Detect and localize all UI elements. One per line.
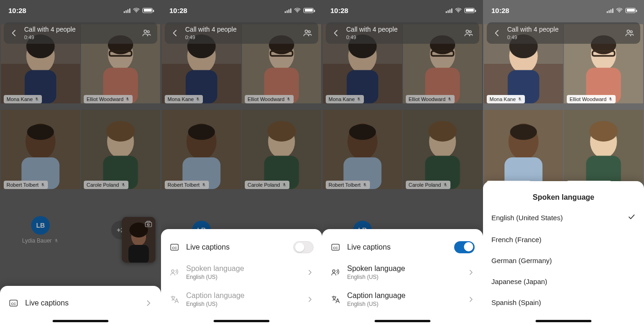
call-duration: 0:49 xyxy=(24,34,76,40)
home-indicator xyxy=(375,320,430,322)
phone-screen-2: Mona Kane Elliot Woodward Robert Tolbert… xyxy=(161,0,322,325)
language-option[interactable]: Spanish (Spain) xyxy=(490,292,637,313)
participant-name: Robert Tolbert xyxy=(7,182,39,188)
call-header: Call with 4 people0:49 xyxy=(165,22,318,44)
spoken-language-label: Spoken language xyxy=(186,264,300,273)
chevron-right-icon xyxy=(467,269,475,276)
captions-settings-sheet: Live captions Spoken language English (U… xyxy=(161,229,322,325)
caption-language-label: Caption language xyxy=(347,291,461,300)
participants-button[interactable] xyxy=(141,28,152,38)
live-captions-row[interactable]: Live captions xyxy=(7,292,154,314)
participant-tile[interactable]: Robert Tolbert xyxy=(323,107,402,192)
caption-language-value: English (US) xyxy=(347,301,461,307)
mic-off-icon xyxy=(356,97,361,102)
participants-button[interactable] xyxy=(624,28,635,38)
live-captions-label: Live captions xyxy=(186,243,287,251)
participant-name-badge: Elliot Woodward xyxy=(406,95,455,103)
check-icon xyxy=(627,213,636,223)
chevron-right-icon xyxy=(306,296,314,303)
home-indicator xyxy=(53,320,108,322)
self-view[interactable] xyxy=(122,217,155,263)
back-button[interactable] xyxy=(9,28,19,38)
back-button[interactable] xyxy=(331,28,341,38)
cellular-signal-icon xyxy=(124,8,131,13)
phone-screen-3: Mona Kane Elliot Woodward Robert Tolbert… xyxy=(322,0,483,325)
caption-language-row[interactable]: Caption language English (US) xyxy=(329,286,476,313)
phone-screen-1: Mona Kane Elliot Woodward Robert T xyxy=(0,0,161,325)
mic-off-icon xyxy=(608,97,613,102)
caption-language-label: Caption language xyxy=(186,291,300,300)
phone-screen-4: Mona Kane Elliot Woodward Robert Tolbert… xyxy=(483,0,644,325)
spoken-language-row[interactable]: Spoken language English (US) xyxy=(329,259,476,286)
cc-icon xyxy=(330,242,341,252)
back-button[interactable] xyxy=(492,28,502,38)
spoken-language-value: English (US) xyxy=(186,274,300,280)
participant-tile[interactable]: Robert Tolbert xyxy=(162,107,241,192)
participant-name-badge: Mona Kane xyxy=(165,95,203,103)
call-header: Call with 4 people0:49 xyxy=(487,22,640,44)
participant-tile[interactable]: Carole Poland xyxy=(564,107,643,192)
person-speaking-icon xyxy=(169,267,180,278)
language-option-label: English (United States) xyxy=(491,214,563,222)
mic-off-icon xyxy=(201,183,206,187)
participant-tile[interactable]: Robert Tolbert xyxy=(484,107,563,192)
participant-name-badge: Robert Tolbert xyxy=(165,181,209,189)
mic-off-icon xyxy=(40,183,45,187)
cellular-signal-icon xyxy=(285,8,292,13)
avatar-tile[interactable]: LB Lydia Bauer xyxy=(1,193,80,267)
mic-off-icon xyxy=(34,97,39,102)
battery-icon xyxy=(625,8,636,13)
participants-button[interactable] xyxy=(463,28,474,38)
live-captions-toggle-row[interactable]: Live captions xyxy=(168,236,315,259)
language-option[interactable]: Japanese (Japan) xyxy=(490,271,637,292)
call-title: Call with 4 people xyxy=(185,26,237,33)
live-captions-toggle[interactable] xyxy=(454,241,475,253)
wifi-icon xyxy=(455,7,462,14)
chevron-right-icon xyxy=(306,269,314,276)
live-captions-toggle[interactable] xyxy=(293,241,314,253)
participant-tile[interactable]: Carole Poland xyxy=(403,107,482,192)
status-time: 10:28 xyxy=(330,7,348,14)
spoken-language-sheet: Spoken language English (United States) … xyxy=(483,181,644,325)
participants-button[interactable] xyxy=(302,28,313,38)
translate-icon xyxy=(169,294,180,305)
call-header: Call with 4 people 0:49 xyxy=(4,22,157,44)
participant-name-badge: Carole Poland xyxy=(84,181,128,189)
captions-entry-sheet: Live captions xyxy=(0,286,161,325)
caption-language-row: Caption language English (US) xyxy=(168,286,315,313)
spoken-language-value: English (US) xyxy=(347,274,461,280)
language-option[interactable]: German (Germany) xyxy=(490,250,637,271)
cc-icon xyxy=(169,242,180,252)
participant-name-badge: Robert Tolbert xyxy=(4,181,48,189)
mic-off-icon xyxy=(362,183,367,187)
participant-name-badge: Elliot Woodward xyxy=(567,95,616,103)
live-captions-toggle-row[interactable]: Live captions xyxy=(329,236,476,259)
wifi-icon xyxy=(294,7,301,14)
status-time: 10:28 xyxy=(169,7,187,14)
mic-off-icon xyxy=(121,183,126,187)
call-duration: 0:49 xyxy=(507,34,559,40)
captions-settings-sheet: Live captions Spoken language English (U… xyxy=(322,229,483,325)
participant-tile[interactable]: Carole Poland xyxy=(242,107,321,192)
participant-name-badge: Robert Tolbert xyxy=(326,181,370,189)
participant-name-badge: Mona Kane xyxy=(326,95,364,103)
spoken-language-label: Spoken language xyxy=(347,264,461,273)
back-button[interactable] xyxy=(170,28,180,38)
participant-name: Mona Kane xyxy=(7,96,33,102)
language-option-label: Japanese (Japan) xyxy=(491,278,547,285)
spoken-language-row: Spoken language English (US) xyxy=(168,259,315,286)
language-option[interactable]: French (France) xyxy=(490,229,637,250)
participant-tile[interactable]: Carole Poland xyxy=(81,107,160,192)
participant-name-badge: Carole Poland xyxy=(406,181,450,189)
status-bar: 10:28 xyxy=(322,0,483,20)
participant-name-badge: Mona Kane xyxy=(487,95,525,103)
cellular-signal-icon xyxy=(607,8,614,13)
participant-tile[interactable]: Robert Tolbert xyxy=(1,107,80,192)
mic-off-icon xyxy=(195,97,200,102)
language-option[interactable]: English (United States) xyxy=(490,206,637,229)
home-indicator xyxy=(214,320,269,322)
flip-camera-icon[interactable] xyxy=(144,220,153,228)
person-speaking-icon xyxy=(330,267,341,278)
language-option-label: French (France) xyxy=(491,236,542,244)
overflow-tile[interactable]: +2 xyxy=(81,193,160,267)
